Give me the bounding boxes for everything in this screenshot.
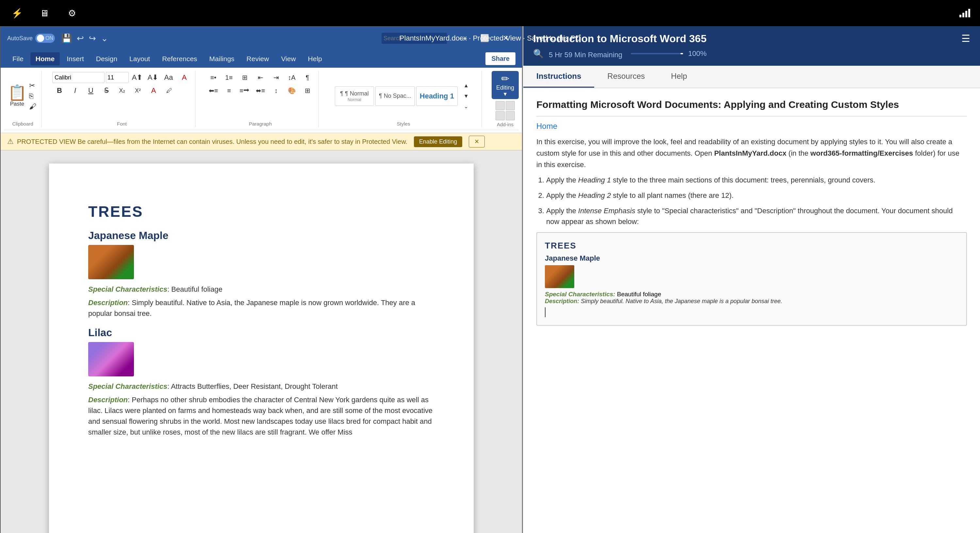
highlight-button[interactable]: 🖊 — [162, 85, 177, 96]
autosave-toggle[interactable]: ON — [35, 34, 55, 43]
settings-icon[interactable]: ⚙ — [65, 6, 79, 20]
customize-icon[interactable]: ⌄ — [101, 34, 108, 43]
font-section: A⬆ A⬇ Aa A B I U S̶ X₂ X² — [48, 71, 196, 127]
doc-title: TREES — [88, 203, 434, 220]
plant-heading-0: Japanese Maple — [88, 230, 434, 242]
align-center-button[interactable]: ≡ — [222, 85, 236, 96]
protected-view-bar: ⚠ PROTECTED VIEW Be careful—files from t… — [1, 133, 522, 150]
save-icon[interactable]: 💾 — [61, 34, 72, 43]
special-char-0: Special Characteristics: Beautiful folia… — [88, 284, 434, 295]
panel-subtitle: 5 Hr 59 Min Remaining — [549, 51, 622, 59]
document-area: TREES Japanese Maple Special Characteris… — [1, 150, 522, 533]
plant-heading-1: Lilac — [88, 327, 434, 339]
ribbon: 📋 Paste ✂ ⎘ 🖌 Clipboard — [1, 68, 522, 133]
style-normal[interactable]: ¶ ¶ Normal Normal — [335, 86, 374, 106]
progress-bar — [631, 53, 683, 54]
font-size-input[interactable] — [106, 72, 129, 83]
style-normal-sublabel: Normal — [340, 97, 369, 102]
menu-file[interactable]: File — [7, 52, 29, 65]
panel-section-title: Formatting Microsoft Word Documents: App… — [536, 98, 967, 111]
menu-layout[interactable]: Layout — [124, 52, 155, 65]
autosave-area: AutoSave ON — [7, 34, 55, 43]
font-grow-button[interactable]: A⬆ — [130, 72, 145, 83]
tab-instructions[interactable]: Instructions — [523, 66, 594, 88]
styles-down-button[interactable]: ▼ — [459, 91, 473, 101]
redo-icon[interactable]: ↪ — [89, 34, 96, 43]
copy-icon[interactable]: ⎘ — [28, 91, 38, 101]
panel-header: Introduction to Microsoft Word 365 🔍 5 H… — [523, 26, 980, 66]
change-case-button[interactable]: Aa — [161, 72, 176, 83]
paste-button[interactable]: 📋 Paste — [8, 85, 27, 107]
styles-more-button[interactable]: ⌄ — [459, 102, 473, 111]
sort-button[interactable]: ↕A — [285, 72, 299, 83]
menu-view[interactable]: View — [276, 52, 301, 65]
hamburger-menu-button[interactable]: ☰ — [961, 33, 970, 44]
document-scroll[interactable]: TREES Japanese Maple Special Characteris… — [1, 150, 522, 533]
justify-button[interactable]: ⬌≡ — [253, 85, 267, 96]
numbering-button[interactable]: 1≡ — [222, 72, 236, 83]
plant-image-0 — [88, 245, 134, 279]
font-color-button[interactable]: A — [146, 85, 161, 96]
multilevel-button[interactable]: ⊞ — [237, 72, 252, 83]
instruction-1: Apply the Heading 1 style to the three m… — [546, 175, 967, 185]
autosave-state: ON — [45, 35, 53, 41]
clipboard-section: 📋 Paste ✂ ⎘ 🖌 Clipboard — [4, 71, 42, 127]
enable-all-button[interactable]: ✕ — [469, 136, 485, 147]
font-name-input[interactable] — [52, 72, 105, 83]
menu-insert[interactable]: Insert — [61, 52, 89, 65]
menu-home[interactable]: Home — [30, 52, 60, 65]
shading-button[interactable]: 🎨 — [285, 85, 299, 96]
home-link[interactable]: Home — [536, 122, 967, 131]
underline-button[interactable]: U — [84, 85, 98, 96]
increase-indent-button[interactable]: ⇥ — [269, 72, 283, 83]
borders-button[interactable]: ⊞ — [300, 85, 315, 96]
clear-format-button[interactable]: A — [177, 72, 191, 83]
bold-button[interactable]: B — [52, 85, 67, 96]
clipboard-label: Clipboard — [12, 121, 33, 126]
system-taskbar: ⚡ 🖥 ⚙ — [0, 0, 980, 26]
font-shrink-button[interactable]: A⬇ — [146, 72, 160, 83]
instructions-list: Apply the Heading 1 style to the three m… — [536, 175, 967, 227]
undo-icon[interactable]: ↩ — [77, 34, 84, 43]
style-heading1[interactable]: Heading 1 — [416, 86, 458, 106]
tab-resources[interactable]: Resources — [594, 66, 658, 88]
desktop-icon[interactable]: 🖥 — [37, 6, 52, 20]
align-left-button[interactable]: ⬅≡ — [206, 85, 221, 96]
style-nospace[interactable]: ¶ No Spac... — [375, 86, 415, 106]
menu-mailings[interactable]: Mailings — [204, 52, 240, 65]
bullets-button[interactable]: ≡• — [206, 72, 221, 83]
cut-icon[interactable]: ✂ — [28, 81, 38, 91]
line-spacing-button[interactable]: ↕ — [269, 85, 283, 96]
intro-paragraph: In this exercise, you will improve the l… — [536, 136, 967, 171]
show-marks-button[interactable]: ¶ — [300, 72, 315, 83]
addins-grid[interactable] — [496, 101, 515, 120]
menu-design[interactable]: Design — [91, 52, 123, 65]
formatpaint-icon[interactable]: 🖌 — [28, 102, 38, 112]
menu-review[interactable]: Review — [242, 52, 274, 65]
protected-view-text: PROTECTED VIEW Be careful—files from the… — [17, 138, 407, 145]
decrease-indent-button[interactable]: ⇤ — [253, 72, 267, 83]
preview-title: TREES — [545, 241, 958, 251]
strikethrough-button[interactable]: S̶ — [99, 85, 114, 96]
styles-up-button[interactable]: ▲ — [459, 81, 473, 90]
menu-bar: File Home Insert Design Layout Reference… — [1, 50, 522, 68]
menu-help[interactable]: Help — [303, 52, 327, 65]
italic-button[interactable]: I — [68, 85, 82, 96]
preview-plant-image — [545, 265, 574, 288]
share-button[interactable]: Share — [485, 52, 515, 65]
tab-help[interactable]: Help — [658, 66, 700, 88]
addins-label: Add-ins — [497, 122, 514, 127]
search-icon: 🔍 — [533, 49, 544, 59]
signal-icon — [959, 9, 970, 18]
superscript-button[interactable]: X² — [130, 85, 145, 96]
preview-plant-name: Japanese Maple — [545, 254, 958, 263]
instruction-3: Apply the Intense Emphasis style to "Spe… — [546, 205, 967, 227]
subscript-button[interactable]: X₂ — [115, 85, 129, 96]
menu-references[interactable]: References — [157, 52, 202, 65]
panel-content: Formatting Microsoft Word Documents: App… — [523, 88, 980, 533]
editing-button[interactable]: ✏ Editing ▼ — [492, 71, 519, 99]
enable-editing-button[interactable]: Enable Editing — [414, 136, 462, 147]
align-right-button[interactable]: ≡⮕ — [237, 85, 252, 96]
plant-image-1 — [88, 342, 134, 377]
title-bar: AutoSave ON 💾 ↩ ↪ ⌄ PlantsInMyYard.docx … — [1, 27, 522, 50]
